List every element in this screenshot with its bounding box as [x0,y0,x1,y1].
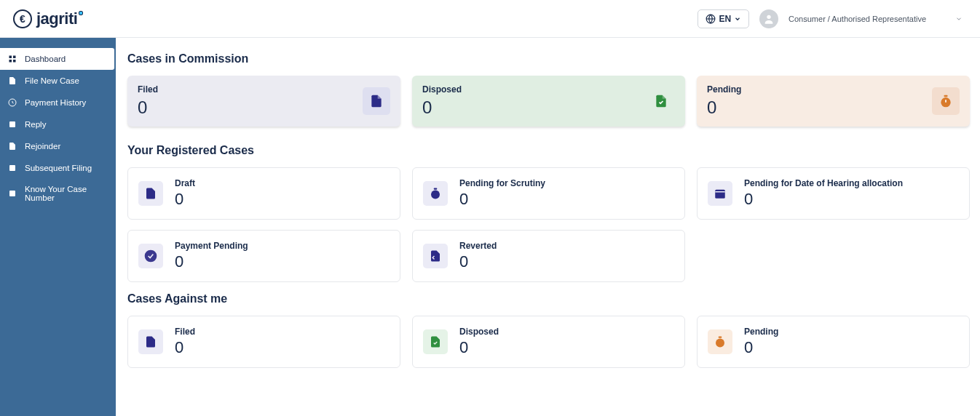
card-draft[interactable]: Draft 0 [127,167,400,220]
card-label: Pending for Date of Hearing allocation [744,178,903,188]
card-value: 0 [175,190,195,209]
card-value: 0 [175,338,195,357]
file-icon [7,76,17,86]
svg-point-1 [767,15,770,18]
header-right: EN Consumer / Authorised Representative [698,9,963,28]
avatar[interactable] [759,9,778,28]
sidebar-item-label: Reply [25,120,46,129]
card-against-disposed[interactable]: Disposed 0 [412,316,685,368]
sidebar-item-reply[interactable]: Reply [0,113,114,135]
card-value: 0 [459,252,497,271]
stat-card-pending[interactable]: Pending 0 [697,76,970,127]
sidebar-item-label: Dashboard [25,55,66,63]
sidebar-item-label: File New Case [25,76,79,85]
sidebar-item-label: Rejoinder [25,142,60,151]
sidebar-item-file-new-case[interactable]: File New Case [0,70,114,92]
against-row: Filed 0 Disposed 0 Pending 0 [127,316,970,368]
file-icon [363,87,390,115]
stat-label: Disposed [422,84,462,95]
language-selector[interactable]: EN [698,9,749,28]
card-reverted[interactable]: Reverted 0 [412,230,685,282]
timer-icon [932,87,960,115]
stat-card-disposed[interactable]: Disposed 0 [412,76,685,127]
sidebar-item-subsequent-filing[interactable]: Subsequent Filing [0,157,114,179]
sidebar-item-label: Payment History [25,98,86,107]
sidebar-item-dashboard[interactable]: Dashboard [0,48,114,70]
registered-row-2: Payment Pending 0 Reverted 0 [127,230,970,282]
check-file-icon [423,329,448,354]
card-label: Payment Pending [175,241,248,251]
sidebar-item-rejoinder[interactable]: Rejoinder [0,135,114,157]
logo-icon [13,9,32,28]
case-number-icon [7,188,17,199]
timer-icon [708,329,732,354]
card-value: 0 [744,190,903,209]
filing-icon [7,163,17,173]
card-label: Pending [744,327,778,337]
stat-card-filed[interactable]: Filed 0 [127,76,400,127]
header: jagriti EN Consumer / Authorised Represe… [0,0,980,38]
check-file-icon [647,87,675,115]
card-value: 0 [744,338,778,357]
language-label: EN [719,14,731,24]
stat-value: 0 [422,97,462,118]
svg-rect-5 [13,60,16,63]
chevron-down-icon [734,15,741,23]
section-title-commission: Cases in Commission [127,52,970,65]
stat-label: Pending [707,84,741,95]
user-icon [763,13,775,25]
draft-icon [138,181,163,206]
svg-point-16 [716,339,724,348]
brand-name: jagriti [36,9,83,28]
role-selector[interactable]: Consumer / Authorised Representative [789,15,963,23]
rejoinder-icon [7,141,17,151]
svg-rect-9 [9,191,15,196]
sidebar: Dashboard File New Case Payment History … [0,38,116,416]
dashboard-icon [7,54,17,64]
svg-rect-11 [944,95,948,97]
svg-rect-14 [715,190,725,199]
card-label: Filed [175,327,195,337]
card-value: 0 [459,338,499,357]
svg-point-15 [145,250,157,263]
stat-label: Filed [138,84,158,95]
file-icon [138,329,163,354]
svg-point-12 [431,191,440,199]
card-hearing[interactable]: Pending for Date of Hearing allocation 0 [697,167,970,220]
svg-rect-13 [434,188,438,190]
check-circle-icon [138,244,163,268]
card-label: Pending for Scrutiny [459,178,545,188]
sidebar-item-know-case-number[interactable]: Know Your Case Number [0,179,114,208]
timer-icon [423,181,448,206]
svg-rect-17 [719,337,722,338]
svg-rect-7 [9,121,15,127]
section-title-registered: Your Registered Cases [127,144,970,157]
reply-icon [7,119,17,129]
card-value: 0 [175,252,248,271]
main-content: Cases in Commission Filed 0 Disposed 0 [116,38,980,416]
commission-stats: Filed 0 Disposed 0 Pending 0 [127,76,970,127]
chevron-down-icon [955,15,963,23]
card-label: Draft [175,178,195,188]
svg-rect-8 [9,165,15,171]
stat-value: 0 [707,97,741,118]
card-against-filed[interactable]: Filed 0 [127,316,400,368]
revert-file-icon [423,244,448,268]
sidebar-item-payment-history[interactable]: Payment History [0,92,114,113]
sidebar-item-label: Subsequent Filing [25,164,92,172]
card-label: Disposed [459,327,499,337]
globe-icon [706,14,716,24]
card-value: 0 [459,190,545,209]
svg-rect-3 [13,56,16,59]
card-payment-pending[interactable]: Payment Pending 0 [127,230,400,282]
svg-rect-4 [9,60,12,63]
card-label: Reverted [459,241,497,251]
brand-logo[interactable]: jagriti [9,9,83,28]
card-against-pending[interactable]: Pending 0 [697,316,970,368]
payment-icon [7,97,17,108]
stat-value: 0 [138,97,158,118]
card-scrutiny[interactable]: Pending for Scrutiny 0 [412,167,685,220]
registered-row-1: Draft 0 Pending for Scrutiny 0 Pending [127,167,970,220]
svg-rect-2 [9,56,12,59]
calendar-icon [708,181,732,206]
